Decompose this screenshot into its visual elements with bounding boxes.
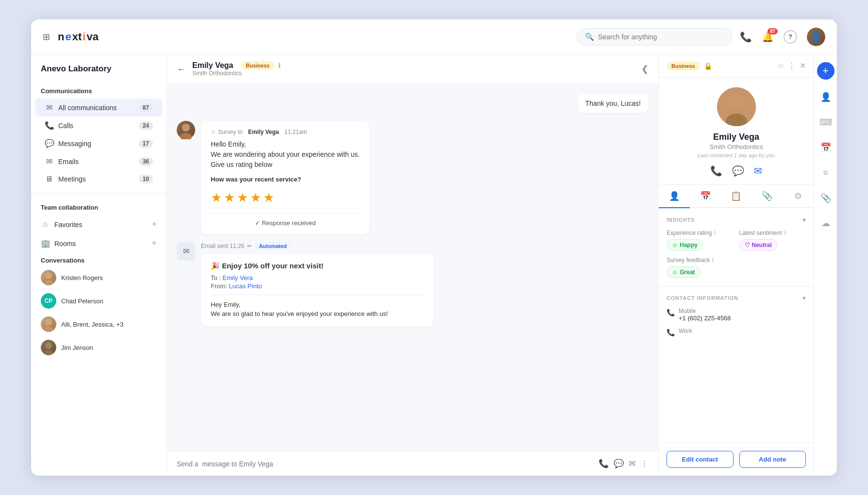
rp-more-button[interactable]: ⋮ <box>788 61 796 70</box>
neutral-icon: ♡ <box>745 242 750 248</box>
team-item-rooms[interactable]: 🏢 Rooms + <box>31 234 167 253</box>
pencil-icon: ✏ <box>247 243 252 249</box>
survey-feedback-badge: ☺ Great <box>667 266 701 278</box>
tab-attachment[interactable]: 📎 <box>751 185 783 208</box>
conv-item-group[interactable]: Alli, Brent, Jessica, +3 <box>31 313 167 336</box>
rp-star-button[interactable]: ☆ <box>777 61 784 70</box>
chat-email-button[interactable]: ✉ <box>629 459 635 469</box>
insights-header: INSIGHTS ▾ <box>667 216 806 224</box>
chat-more-button[interactable]: ⋮ <box>640 459 649 469</box>
chat-input-area: 📞 💬 ✉ ⋮ <box>167 451 658 476</box>
sf-info-icon[interactable]: ℹ <box>712 257 714 264</box>
insights-grid: Experience rating ℹ ☺ Happy Latest senti… <box>667 230 806 278</box>
logo: nextiva <box>58 31 99 43</box>
phone-nav-button[interactable]: 📞 <box>740 31 752 43</box>
survey-feedback-label: Survey feedback ℹ <box>667 257 806 264</box>
calls-count: 24 <box>139 121 153 130</box>
team-item-favorites[interactable]: ☆ Favorites + <box>31 215 167 234</box>
lock-icon: 🔒 <box>704 62 712 70</box>
experience-rating-label: Experience rating ℹ <box>667 230 734 236</box>
sidebar-title: Anevo Laboratory <box>31 64 167 82</box>
svg-point-7 <box>180 133 192 139</box>
survey-recipient: Emily Vega <box>248 129 279 135</box>
sidebar-divider <box>31 194 167 194</box>
sidebar-item-emails[interactable]: ✉ Emails 36 <box>35 152 163 170</box>
message-email: ✉ Email sent 11:26 ✏ Automated 🎉 Enjoy 1… <box>177 242 649 327</box>
messages-container: Thank you, Lucas! ☆ Survey to Emily Vega… <box>167 84 658 451</box>
survey-card: ☆ Survey to Emily Vega 11:21am Hello Emi… <box>201 121 369 234</box>
tab-calendar[interactable]: 📅 <box>690 185 721 208</box>
conv-name-chad: Chad Peterson <box>61 297 103 305</box>
happy-icon: ☺ <box>672 242 678 248</box>
conv-item-chad[interactable]: CP Chad Peterson <box>31 289 167 313</box>
sidebar-item-messaging[interactable]: 💬 Messaging 17 <box>35 134 163 152</box>
star-3: ★ <box>237 188 248 207</box>
latest-sentiment-label: Latest sentiment ℹ <box>739 230 806 236</box>
far-right-list-icon[interactable]: ≡ <box>818 165 834 181</box>
email-icon: ✉ <box>183 247 189 256</box>
chat-header-info: Emily Vega Business ℹ Smith Orthodontics <box>192 61 635 77</box>
messaging-icon: 💬 <box>45 139 53 148</box>
contact-message-button[interactable]: 💬 <box>732 165 744 177</box>
chat-input[interactable] <box>177 460 593 468</box>
nav-icons: 📞 🔔 87 ? 👤 <box>740 28 825 46</box>
ls-info-icon[interactable]: ℹ <box>784 230 786 236</box>
far-right-calendar-icon[interactable]: 📅 <box>818 140 834 155</box>
rooms-add-button[interactable]: + <box>151 238 157 248</box>
thankyou-bubble-content: Thank you, Lucas! <box>578 94 649 113</box>
chat-header: ← Emily Vega Business ℹ Smith Orthodonti… <box>167 54 658 84</box>
grid-icon: ⊞ <box>43 32 50 42</box>
survey-body1: We are wondering about your experience w… <box>211 149 360 160</box>
tab-settings[interactable]: ⚙ <box>783 185 814 208</box>
user-avatar-button[interactable]: 👤 <box>807 28 825 46</box>
email-divider <box>211 295 424 295</box>
sidebar-item-all-communications[interactable]: ✉ All communications 87 <box>35 99 163 116</box>
tab-list[interactable]: 📋 <box>721 185 752 208</box>
tab-person[interactable]: 👤 <box>659 185 690 208</box>
favorites-add-button[interactable]: + <box>151 219 157 230</box>
latest-sentiment-item: Latest sentiment ℹ ♡ Neutral <box>739 230 806 251</box>
collapse-panel-button[interactable]: ❮ <box>641 64 649 74</box>
conv-item-kristen[interactable]: Kristen Rogers <box>31 266 167 289</box>
email-sent-time: Email sent 11:26 <box>201 243 244 249</box>
contact-info-chevron[interactable]: ▾ <box>802 294 806 302</box>
rp-close-button[interactable]: ✕ <box>800 61 806 70</box>
email-body2: We are so glad to hear you've enjoyed yo… <box>211 309 424 319</box>
far-right-cloud-icon[interactable]: ☁ <box>818 215 834 231</box>
search-input[interactable] <box>598 33 724 41</box>
insights-chevron[interactable]: ▾ <box>802 216 806 224</box>
mobile-value: +1 (602) 225-4568 <box>679 314 731 322</box>
notifications-button[interactable]: 🔔 87 <box>762 31 774 43</box>
chat-call-button[interactable]: 📞 <box>599 459 609 469</box>
contact-call-button[interactable]: 📞 <box>710 165 722 177</box>
help-button[interactable]: ? <box>784 30 797 44</box>
chat-input-icons: 📞 💬 ✉ ⋮ <box>599 459 649 469</box>
info-icon[interactable]: ℹ <box>278 62 281 69</box>
conv-item-jim[interactable]: Jim Jenson <box>31 336 167 359</box>
er-info-icon[interactable]: ℹ <box>714 230 716 236</box>
back-button[interactable]: ← <box>177 64 186 75</box>
contact-email-button[interactable]: ✉ <box>754 165 762 177</box>
survey-time: 11:21am <box>284 129 307 135</box>
automated-badge: Automated <box>255 242 290 250</box>
edit-contact-button[interactable]: Edit contact <box>667 451 734 468</box>
chat-contact-company: Smith Orthodontics <box>192 70 635 77</box>
far-right-person-icon[interactable]: 👤 <box>818 89 834 105</box>
all-comms-icon: ✉ <box>45 103 53 112</box>
far-right-clip-icon[interactable]: 📎 <box>818 190 834 206</box>
sidebar-item-meetings[interactable]: 🖥 Meetings 10 <box>35 170 163 188</box>
calls-icon: 📞 <box>45 121 53 130</box>
survey-sender-avatar <box>177 121 195 139</box>
grid-icon-button[interactable]: ⊞ <box>43 32 50 42</box>
sidebar-item-calls[interactable]: 📞 Calls 24 <box>35 116 163 134</box>
svg-point-6 <box>182 124 190 132</box>
top-nav: ⊞ nextiva 🔍 📞 🔔 87 ? 👤 <box>31 19 837 54</box>
add-note-button[interactable]: Add note <box>739 451 806 468</box>
chat-message-button[interactable]: 💬 <box>614 459 624 469</box>
survey-feedback-item: Survey feedback ℹ ☺ Great <box>667 257 806 278</box>
add-button[interactable]: + <box>817 62 835 80</box>
star-4: ★ <box>250 188 261 207</box>
svg-point-2 <box>45 319 52 326</box>
conv-avatar-jim <box>41 340 56 355</box>
far-right-keypad-icon[interactable]: ⌨ <box>818 115 834 130</box>
